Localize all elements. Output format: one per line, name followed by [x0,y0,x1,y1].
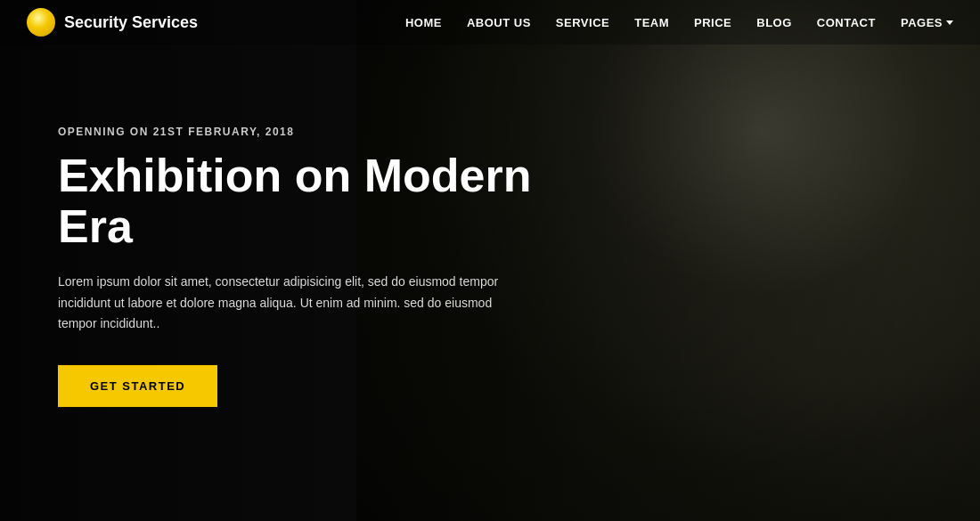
brand-name: Security Services [64,13,198,32]
nav-item-price[interactable]: PRICE [694,16,731,29]
nav-item-blog[interactable]: BLOG [756,16,792,29]
chevron-down-icon [946,20,953,25]
get-started-button[interactable]: GET STARTED [58,365,217,407]
nav-item-home[interactable]: HOME [405,16,442,29]
nav-item-service[interactable]: SERVICE [556,16,609,29]
nav-item-contact[interactable]: CONTACT [817,16,876,29]
nav-item-pages[interactable]: PAGES [901,16,953,29]
brand-link[interactable]: Security Services [27,8,198,37]
hero-content: OPENNING ON 21ST FEBRUARY, 2018 Exhibiti… [58,125,557,407]
hero-section: Security Services HOME ABOUT US SERVICE … [0,0,980,521]
hero-title: Exhibition on Modern Era [58,150,557,251]
hero-description: Lorem ipsum dolor sit amet, consectetur … [58,272,521,335]
brand-logo-icon [27,8,55,37]
navbar: Security Services HOME ABOUT US SERVICE … [0,0,980,45]
nav-links: HOME ABOUT US SERVICE TEAM PRICE BLOG CO… [405,16,953,29]
hero-subtitle: OPENNING ON 21ST FEBRUARY, 2018 [58,125,557,137]
nav-item-team[interactable]: TEAM [634,16,669,29]
nav-item-about[interactable]: ABOUT US [467,16,531,29]
